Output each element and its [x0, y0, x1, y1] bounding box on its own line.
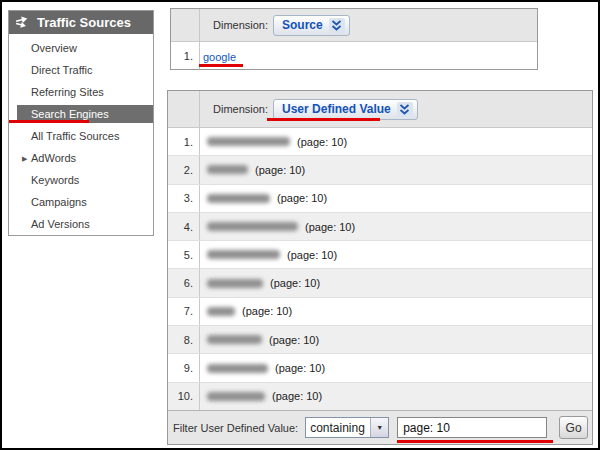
sidebar-item-referring-sites[interactable]: Referring Sites — [9, 81, 153, 103]
redacted-value — [207, 250, 280, 259]
row-suffix: (page: 10) — [255, 164, 305, 176]
redacted-value — [207, 165, 248, 174]
sidebar-item-overview[interactable]: Overview — [9, 37, 153, 59]
row-number: 9. — [168, 354, 200, 381]
filter-match-value: containing — [306, 418, 370, 437]
sidebar-item-all-traffic-sources[interactable]: All Traffic Sources — [9, 125, 153, 147]
row-number: 10. — [168, 383, 200, 410]
sidebar-item-direct-traffic[interactable]: Direct Traffic — [9, 59, 153, 81]
traffic-sources-sidebar: Traffic Sources Overview Direct Traffic … — [8, 10, 154, 236]
table-row: 8. (page: 10) — [168, 326, 592, 354]
row-number: 5. — [168, 241, 200, 268]
double-chevron-down-icon — [329, 18, 345, 33]
table-row: 1. (page: 10) — [168, 128, 592, 156]
redacted-value — [207, 335, 262, 344]
table-row: 7. (page: 10) — [168, 298, 592, 326]
row-suffix: (page: 10) — [275, 362, 325, 374]
sidebar-item-adwords[interactable]: ▶ AdWords — [9, 147, 153, 169]
udv-rows: 1. (page: 10) 2. (page: 10) 3. (page: 10… — [168, 128, 592, 410]
select-arrow-icon: ▼ — [370, 418, 388, 437]
row-number: 2. — [168, 156, 200, 183]
redacted-value — [207, 194, 270, 203]
dimension-dropdown-source[interactable]: Source — [273, 15, 350, 36]
traffic-sources-icon — [15, 15, 32, 30]
source-report-panel: Dimension: Source 1. google — [170, 8, 538, 70]
sidebar-items: Overview Direct Traffic Referring Sites … — [9, 34, 153, 235]
table-row: 3. (page: 10) — [168, 185, 592, 213]
sidebar-title: Traffic Sources — [37, 15, 131, 30]
row-number: 6. — [168, 269, 200, 296]
row-suffix: (page: 10) — [272, 390, 322, 402]
filter-bar: Filter User Defined Value: containing ▼ … — [168, 410, 592, 444]
source-link-google[interactable]: google — [203, 51, 236, 63]
analytics-screenshot: Traffic Sources Overview Direct Traffic … — [0, 0, 600, 450]
row-suffix: (page: 10) — [242, 305, 292, 317]
row-suffix: (page: 10) — [277, 192, 327, 204]
row-number: 8. — [168, 326, 200, 353]
row-suffix: (page: 10) — [297, 136, 347, 148]
dimension-label: Dimension: — [213, 103, 268, 115]
udv-report-panel: Dimension: User Defined Value 1. — [167, 90, 593, 445]
row-number: 3. — [168, 185, 200, 212]
redacted-value — [207, 279, 263, 288]
sidebar-header: Traffic Sources — [9, 11, 153, 34]
go-button[interactable]: Go — [559, 416, 588, 439]
redacted-value — [207, 222, 298, 231]
annotation-underline-udv-dropdown — [267, 118, 380, 121]
table-row: 9. (page: 10) — [168, 354, 592, 382]
sidebar-item-campaigns[interactable]: Campaigns — [9, 191, 153, 213]
annotation-underline-google — [199, 64, 243, 67]
sidebar-item-ad-versions[interactable]: Ad Versions — [9, 213, 153, 235]
expand-arrow-icon: ▶ — [22, 155, 27, 162]
annotation-underline-filter-input — [397, 440, 553, 443]
number-column-header — [171, 9, 200, 41]
redacted-value — [207, 307, 235, 316]
table-row: 2. (page: 10) — [168, 156, 592, 184]
number-column-header — [168, 91, 200, 127]
row-number: 7. — [168, 298, 200, 325]
table-row: 5. (page: 10) — [168, 241, 592, 269]
dimension-dropdown-udv[interactable]: User Defined Value — [273, 99, 418, 120]
udv-table-header: Dimension: User Defined Value — [168, 91, 592, 128]
redacted-value — [207, 392, 265, 401]
table-row: 4. (page: 10) — [168, 213, 592, 241]
table-row: 6. (page: 10) — [168, 269, 592, 297]
filter-label: Filter User Defined Value: — [173, 422, 298, 434]
filter-match-select[interactable]: containing ▼ — [305, 417, 389, 438]
dimension-label: Dimension: — [213, 19, 268, 31]
annotation-underline-search-engines — [9, 120, 89, 123]
row-suffix: (page: 10) — [305, 221, 355, 233]
double-chevron-down-icon — [397, 102, 413, 117]
source-table-header: Dimension: Source — [171, 9, 537, 42]
redacted-value — [207, 137, 290, 146]
redacted-value — [207, 364, 268, 373]
row-number: 4. — [168, 213, 200, 240]
row-number: 1. — [168, 128, 200, 155]
row-suffix: (page: 10) — [287, 249, 337, 261]
row-suffix: (page: 10) — [270, 277, 320, 289]
row-number: 1. — [171, 42, 200, 69]
filter-value-input[interactable] — [397, 417, 547, 438]
table-row: 10. (page: 10) — [168, 383, 592, 410]
row-suffix: (page: 10) — [269, 334, 319, 346]
sidebar-item-keywords[interactable]: Keywords — [9, 169, 153, 191]
